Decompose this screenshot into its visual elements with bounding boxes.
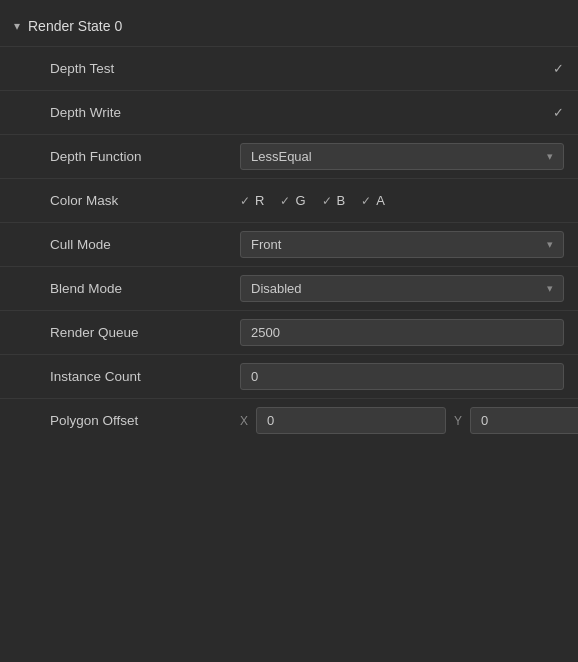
- blend-mode-label: Blend Mode: [50, 281, 240, 296]
- color-mask-b[interactable]: ✓ B: [322, 193, 346, 208]
- polygon-offset-row: Polygon Offset X Y: [0, 398, 578, 442]
- depth-function-arrow-icon: ▾: [547, 150, 553, 163]
- depth-write-label: Depth Write: [50, 105, 240, 120]
- blend-mode-row: Blend Mode Disabled ▾: [0, 266, 578, 310]
- depth-test-check-icon: ✓: [553, 61, 564, 76]
- panel-title: Render State 0: [28, 18, 122, 34]
- depth-function-label: Depth Function: [50, 149, 240, 164]
- color-mask-r[interactable]: ✓ R: [240, 193, 264, 208]
- polygon-offset-x-input[interactable]: [256, 407, 446, 434]
- color-mask-b-label: B: [337, 193, 346, 208]
- color-mask-a[interactable]: ✓ A: [361, 193, 385, 208]
- polygon-offset-y-input[interactable]: [470, 407, 578, 434]
- color-mask-r-label: R: [255, 193, 264, 208]
- instance-count-row: Instance Count: [0, 354, 578, 398]
- polygon-y-axis-label: Y: [454, 414, 464, 428]
- blend-mode-arrow-icon: ▾: [547, 282, 553, 295]
- color-mask-g[interactable]: ✓ G: [280, 193, 305, 208]
- cull-mode-selected: Front: [251, 237, 281, 252]
- color-mask-label: Color Mask: [50, 193, 240, 208]
- polygon-offset-x-group: X: [240, 407, 446, 434]
- color-mask-a-check-icon: ✓: [361, 194, 371, 208]
- polygon-offset-inputs: X Y: [240, 407, 578, 434]
- depth-function-selected: LessEqual: [251, 149, 312, 164]
- color-mask-row: Color Mask ✓ R ✓ G ✓ B ✓ A: [0, 178, 578, 222]
- depth-function-row: Depth Function LessEqual ▾: [0, 134, 578, 178]
- chevron-icon: ▾: [14, 19, 20, 33]
- blend-mode-selected: Disabled: [251, 281, 302, 296]
- color-mask-r-check-icon: ✓: [240, 194, 250, 208]
- depth-function-value: LessEqual ▾: [240, 143, 564, 170]
- render-queue-value: [240, 319, 564, 346]
- depth-function-dropdown[interactable]: LessEqual ▾: [240, 143, 564, 170]
- color-mask-g-label: G: [295, 193, 305, 208]
- depth-write-value[interactable]: ✓: [240, 105, 564, 120]
- cull-mode-label: Cull Mode: [50, 237, 240, 252]
- polygon-offset-y-group: Y: [454, 407, 578, 434]
- panel-header[interactable]: ▾ Render State 0: [0, 10, 578, 46]
- color-mask-g-check-icon: ✓: [280, 194, 290, 208]
- blend-mode-dropdown[interactable]: Disabled ▾: [240, 275, 564, 302]
- depth-write-check-icon: ✓: [553, 105, 564, 120]
- depth-test-row: Depth Test ✓: [0, 46, 578, 90]
- render-queue-row: Render Queue: [0, 310, 578, 354]
- depth-test-label: Depth Test: [50, 61, 240, 76]
- instance-count-value: [240, 363, 564, 390]
- cull-mode-row: Cull Mode Front ▾: [0, 222, 578, 266]
- color-mask-checks: ✓ R ✓ G ✓ B ✓ A: [240, 193, 564, 208]
- color-mask-b-check-icon: ✓: [322, 194, 332, 208]
- cull-mode-arrow-icon: ▾: [547, 238, 553, 251]
- polygon-x-axis-label: X: [240, 414, 250, 428]
- depth-write-row: Depth Write ✓: [0, 90, 578, 134]
- depth-test-value[interactable]: ✓: [240, 61, 564, 76]
- render-queue-label: Render Queue: [50, 325, 240, 340]
- instance-count-input[interactable]: [240, 363, 564, 390]
- color-mask-a-label: A: [376, 193, 385, 208]
- render-state-panel: ▾ Render State 0 Depth Test ✓ Depth Writ…: [0, 0, 578, 452]
- instance-count-label: Instance Count: [50, 369, 240, 384]
- cull-mode-dropdown[interactable]: Front ▾: [240, 231, 564, 258]
- blend-mode-value: Disabled ▾: [240, 275, 564, 302]
- cull-mode-value: Front ▾: [240, 231, 564, 258]
- polygon-offset-label: Polygon Offset: [50, 413, 240, 428]
- render-queue-input[interactable]: [240, 319, 564, 346]
